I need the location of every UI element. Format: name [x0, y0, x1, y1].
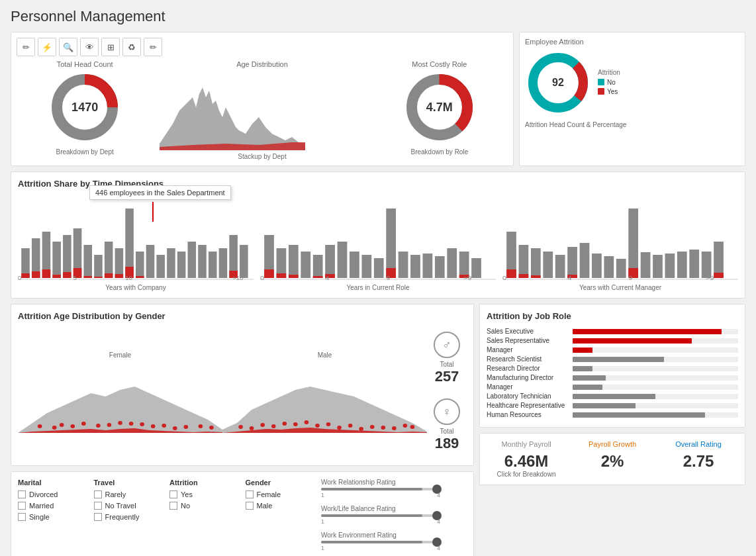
checkbox-rarely[interactable]	[94, 490, 102, 498]
bar-track-9	[573, 412, 738, 418]
svg-rect-11	[52, 242, 61, 278]
checkbox-yes[interactable]	[169, 490, 177, 498]
svg-rect-30	[21, 273, 30, 278]
filter-gender: Gender Female Male	[246, 479, 308, 556]
svg-rect-88	[628, 208, 638, 278]
work-env-track[interactable]	[321, 541, 440, 543]
toolbar-grid[interactable]: ⊞	[101, 38, 120, 56]
checkbox-frequently[interactable]	[94, 513, 102, 521]
checkbox-no-travel[interactable]	[94, 502, 102, 510]
checkbox-male[interactable]	[246, 502, 254, 510]
bottom-left: Attrition Age Distribution by Gender Fem…	[11, 304, 474, 556]
monthly-payroll-label: Monthly Payroll	[487, 440, 566, 448]
svg-rect-22	[167, 248, 175, 278]
filter-frequently: Frequently	[94, 513, 157, 521]
checkbox-no[interactable]	[169, 502, 177, 510]
payroll-growth-value: 2%	[573, 452, 652, 471]
bar-fill-3	[573, 357, 664, 362]
svg-point-143	[403, 424, 408, 428]
svg-rect-21	[156, 255, 165, 278]
work-rel-handle[interactable]	[432, 485, 442, 494]
page-title: Personnel Management	[11, 8, 745, 25]
attrition-title: Employee Attrition	[525, 38, 739, 46]
svg-rect-26	[209, 252, 217, 278]
svg-text:4: 4	[567, 275, 572, 281]
bar-name-9: Human Resources	[487, 411, 573, 418]
svg-point-113	[118, 421, 122, 425]
work-env-min: 1	[321, 545, 324, 551]
sliders-col: Work Relationship Rating 1 4 Work/	[321, 479, 467, 556]
svg-point-118	[52, 426, 57, 430]
svg-rect-39	[115, 274, 124, 278]
job-role-bars: Sales Executive Sales Representative	[487, 328, 738, 418]
checkbox-divorced[interactable]	[18, 490, 26, 498]
work-env-handle[interactable]	[432, 537, 442, 547]
toolbar-filter[interactable]: ⚡	[38, 38, 56, 56]
svg-rect-84	[580, 243, 590, 278]
work-life-nums: 1 4	[321, 518, 440, 525]
male-icon: ♂	[434, 332, 460, 358]
svg-point-134	[392, 426, 397, 430]
svg-rect-20	[146, 245, 155, 278]
svg-point-111	[81, 422, 86, 426]
svg-rect-93	[689, 250, 699, 278]
svg-text:>9: >9	[706, 275, 714, 281]
work-life-track[interactable]	[321, 514, 440, 517]
monthly-payroll-col[interactable]: Monthly Payroll 6.46M Click for Breakdow…	[487, 440, 566, 478]
toolbar-zoom[interactable]: 🔍	[59, 38, 77, 56]
filter-married: Married	[18, 502, 81, 510]
svg-rect-80	[531, 248, 541, 278]
svg-point-139	[315, 424, 320, 428]
female-total: ♀ Total 189	[434, 398, 460, 452]
checkbox-female[interactable]	[246, 490, 254, 498]
filter-no-travel: No Travel	[94, 502, 157, 510]
legend-yes-label: Yes	[607, 88, 618, 95]
bar-fill-0	[573, 329, 722, 334]
checkbox-single[interactable]	[18, 513, 26, 521]
svg-rect-24	[188, 242, 197, 278]
slider-work-env: Work Environment Rating 1 4	[321, 532, 467, 551]
svg-rect-27	[219, 248, 228, 278]
svg-marker-107	[18, 387, 222, 433]
toolbar-hide[interactable]: 👁	[80, 38, 99, 56]
legend-title: Attrition	[598, 69, 620, 76]
bar-track-7	[573, 394, 738, 399]
svg-point-138	[293, 422, 298, 426]
overall-rating-label: Overall Rating	[659, 440, 738, 448]
svg-point-130	[305, 420, 309, 424]
toolbar-edit[interactable]: ✏	[17, 38, 35, 56]
work-rel-track[interactable]	[321, 488, 440, 490]
svg-rect-12	[63, 235, 71, 278]
svg-point-127	[238, 425, 243, 429]
gender-header: Gender	[246, 479, 308, 486]
svg-rect-95	[714, 242, 724, 278]
svg-text:9: 9	[628, 275, 633, 281]
checkbox-married[interactable]	[18, 502, 26, 510]
svg-rect-16	[105, 242, 113, 278]
bar-healthcare: Healthcare Representative	[487, 402, 738, 409]
toolbar-refresh[interactable]: ♻	[122, 38, 141, 56]
age-dist-row: Female	[18, 325, 467, 459]
work-life-handle[interactable]	[432, 511, 442, 520]
filter-divorced: Divorced	[18, 490, 81, 498]
svg-text:10: 10	[125, 275, 132, 281]
filter-female: Female	[246, 490, 308, 498]
bar-track-8	[573, 403, 738, 408]
top-left-card: ✏ ⚡ 🔍 👁 ⊞ ♻ ✏ Total Head Count	[11, 32, 514, 166]
filter-attrition: Attrition Yes No	[169, 479, 232, 556]
svg-rect-17	[115, 248, 124, 278]
svg-text:5: 5	[73, 275, 77, 281]
bar-research-dir: Research Director	[487, 365, 738, 372]
svg-rect-86	[604, 256, 614, 278]
bar-name-3: Research Scientist	[487, 355, 573, 363]
svg-rect-65	[471, 258, 481, 278]
toolbar-pen[interactable]: ✏	[144, 38, 162, 56]
male-chart	[222, 360, 427, 433]
bar-fill-1	[573, 338, 692, 344]
svg-rect-62	[435, 256, 445, 278]
years-role-chart: 0 4 9 >9 Years in Current Role	[260, 195, 496, 291]
svg-point-110	[60, 423, 64, 427]
work-life-min: 1	[321, 518, 324, 525]
totals-col: ♂ Total 257 ♀ Total 189	[427, 325, 467, 459]
most-costly-section: Most Costly Role 4.7M Breakdown by Role	[371, 60, 508, 156]
